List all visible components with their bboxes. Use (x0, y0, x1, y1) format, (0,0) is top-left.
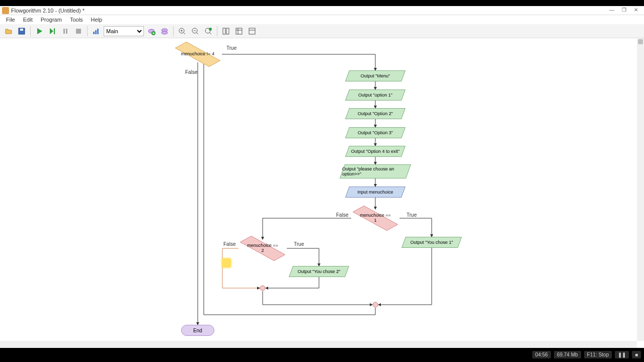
node-output-opt2[interactable]: Output "Option 2" (345, 108, 406, 119)
step-button[interactable] (47, 26, 58, 37)
canvas[interactable]: menuchoice != 4 True False Output "Menu"… (0, 38, 644, 348)
loop-condition[interactable]: menuchoice != 4 (174, 46, 222, 62)
add-function-button[interactable] (146, 26, 157, 37)
svg-point-21 (260, 286, 265, 291)
svg-point-22 (373, 302, 378, 307)
svg-rect-4 (66, 29, 67, 34)
label-true: True (407, 212, 417, 218)
minimize-button[interactable]: — (606, 7, 618, 14)
menubar: File Edit Program Tools Help (0, 15, 644, 24)
svg-rect-1 (20, 29, 23, 31)
pause-button[interactable] (60, 26, 71, 37)
node-output-opt1[interactable]: Output "option 1" (345, 89, 406, 101)
app-window: Flowgorithm 2.10 - (Untitled) * — ❐ ✕ Fi… (0, 6, 644, 348)
status-pause-icon[interactable]: ❚❚ (615, 351, 629, 358)
svg-rect-3 (63, 29, 65, 34)
cursor-highlight (222, 258, 231, 267)
svg-rect-6 (93, 32, 95, 34)
zoom-out-button[interactable] (190, 26, 201, 37)
app-icon (2, 7, 9, 14)
status-record[interactable]: F11: Stop (584, 351, 612, 358)
variables-button[interactable] (233, 26, 245, 37)
titlebar: Flowgorithm 2.10 - (Untitled) * — ❐ ✕ (0, 6, 644, 15)
decision-menuchoice-2[interactable]: menuchoice == 2 (238, 240, 287, 256)
node-output-menu[interactable]: Output "Menu" (345, 70, 406, 81)
menu-help[interactable]: Help (87, 17, 107, 23)
svg-rect-7 (95, 30, 97, 34)
svg-point-12 (162, 31, 168, 34)
scrollbar-vertical[interactable] (637, 38, 644, 341)
svg-rect-18 (226, 28, 229, 34)
menu-program[interactable]: Program (37, 17, 66, 23)
toolbar-separator (173, 26, 174, 36)
zoom-in-button[interactable] (177, 26, 188, 37)
maximize-button[interactable]: ❐ (618, 7, 630, 14)
svg-rect-8 (97, 29, 99, 34)
layout-button[interactable] (220, 26, 231, 37)
toolbar: Main (0, 24, 644, 38)
node-output-chose1[interactable]: Output "You chose 1" (401, 237, 462, 248)
svg-rect-5 (76, 29, 81, 34)
node-output-opt3[interactable]: Output "Option 3" (345, 127, 406, 138)
svg-point-16 (209, 28, 212, 31)
flowchart-lines (0, 38, 636, 340)
svg-rect-17 (223, 28, 225, 34)
open-button[interactable] (3, 26, 14, 37)
svg-rect-19 (236, 28, 242, 34)
menu-tools[interactable]: Tools (66, 17, 87, 23)
close-button[interactable]: ✕ (630, 7, 642, 14)
status-time: 04:56 (532, 351, 551, 358)
recorder-status: 04:56 69.74 Mb F11: Stop ❚❚ ■ (532, 351, 641, 358)
label-false: False (185, 69, 197, 75)
decision-menuchoice-1[interactable]: menuchoice == 1 (351, 210, 399, 226)
node-output-chose2[interactable]: Output "You chose 2" (289, 266, 349, 277)
function-select[interactable]: Main (104, 26, 144, 36)
console-button[interactable] (247, 26, 258, 37)
save-button[interactable] (16, 26, 27, 37)
manage-function-button[interactable] (159, 26, 170, 37)
speed-button[interactable] (91, 26, 102, 37)
svg-rect-2 (54, 28, 55, 34)
label-false: False (336, 212, 348, 218)
zoom-fit-button[interactable] (203, 26, 214, 37)
label-false: False (223, 241, 235, 247)
status-stop-icon[interactable]: ■ (632, 351, 641, 358)
node-output-opt4[interactable]: Output "Option 4 to exit" (345, 146, 406, 157)
label-true: True (294, 241, 304, 247)
scrollbar-horizontal[interactable] (0, 341, 637, 348)
stop-button[interactable] (73, 26, 84, 37)
node-input-menuchoice[interactable]: Input menuchoice (345, 187, 406, 198)
toolbar-separator (30, 26, 31, 36)
menu-file[interactable]: File (2, 17, 19, 23)
window-title: Flowgorithm 2.10 - (Untitled) * (11, 8, 606, 14)
status-memory: 69.74 Mb (554, 351, 581, 358)
label-true: True (226, 45, 236, 51)
toolbar-separator (217, 26, 217, 36)
run-button[interactable] (34, 26, 45, 37)
node-end[interactable]: End (181, 325, 214, 336)
toolbar-separator (87, 26, 88, 36)
menu-edit[interactable]: Edit (19, 17, 37, 23)
node-output-prompt[interactable]: Output "please choose an option>>" (340, 164, 411, 178)
svg-rect-20 (249, 28, 255, 34)
